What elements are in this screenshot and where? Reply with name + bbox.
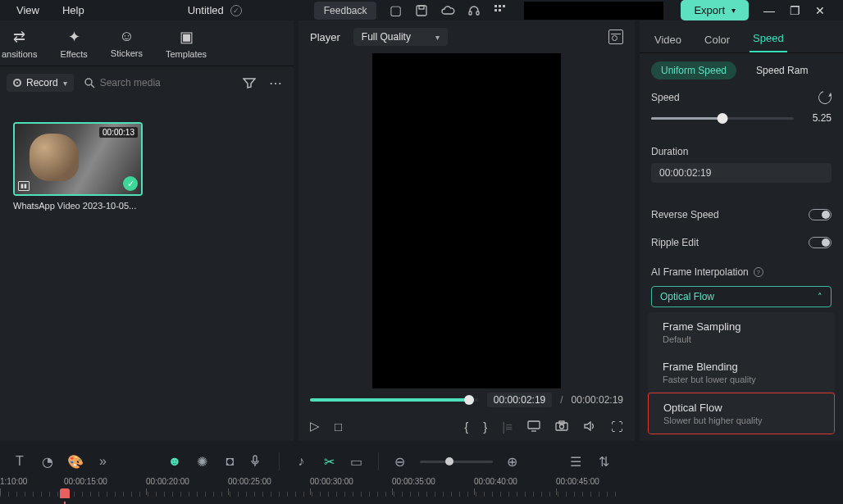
tab-label: ansitions: [2, 49, 37, 59]
quality-select[interactable]: Full Quality ▾: [353, 28, 448, 46]
ripple-edit-toggle[interactable]: [809, 237, 832, 248]
speed-value: 5.25: [802, 112, 832, 124]
mark-in-icon[interactable]: {: [464, 420, 468, 434]
fullscreen-icon[interactable]: ⛶: [611, 420, 623, 434]
svg-rect-2: [469, 11, 472, 15]
svg-point-14: [560, 425, 564, 429]
ai-interp-label: AI Frame Interpolation: [651, 266, 749, 278]
ruler-tick: 1:10:00: [0, 477, 27, 486]
settings-icon[interactable]: ⇅: [595, 454, 612, 470]
device-icon[interactable]: ▢: [388, 3, 403, 18]
more-tools-icon[interactable]: »: [95, 454, 112, 469]
ruler-tick: 00:00:40:00: [474, 477, 517, 486]
svg-point-9: [85, 79, 92, 85]
reverse-speed-toggle[interactable]: [809, 209, 832, 220]
play-icon[interactable]: ▷: [310, 419, 320, 434]
snapshot-icon[interactable]: [608, 30, 623, 44]
zoom-in-icon[interactable]: ⊕: [504, 454, 521, 470]
timeline-ruler[interactable]: 1:10:00 00:00:15:00 00:00:20:00 00:00:25…: [0, 477, 623, 502]
record-button[interactable]: Record ▾: [7, 74, 74, 92]
mark-out-icon[interactable]: }: [483, 420, 487, 434]
clip-type-icon: ▮▮: [18, 181, 30, 191]
chevron-down-icon: ▾: [435, 33, 440, 42]
svg-rect-16: [253, 456, 257, 462]
reset-icon[interactable]: [816, 89, 834, 107]
save-icon[interactable]: [414, 3, 429, 18]
playback-scrubber[interactable]: [310, 398, 479, 402]
chevron-down-icon: ▾: [63, 79, 67, 88]
music-icon[interactable]: ♪: [293, 454, 309, 469]
text-tool-icon[interactable]: T: [11, 454, 28, 469]
ai-interp-dropdown: Frame Sampling Default Frame Blending Fa…: [648, 312, 835, 434]
tab-stickers[interactable]: ☺ Stickers: [111, 28, 143, 58]
sparkle-icon[interactable]: ✺: [194, 454, 211, 470]
line-spacing-icon[interactable]: |≡: [502, 420, 513, 434]
timecode-total: 00:00:02:19: [572, 394, 623, 406]
menu-help[interactable]: Help: [52, 1, 94, 20]
ai-interp-select[interactable]: Optical Flow ˄: [651, 286, 832, 307]
ripple-edit-label: Ripple Edit: [651, 237, 699, 248]
ruler-tick: 00:00:30:00: [310, 477, 353, 486]
zoom-out-icon[interactable]: ⊖: [392, 454, 408, 470]
svg-rect-3: [476, 11, 479, 15]
tab-speed[interactable]: Speed: [750, 25, 787, 52]
subtab-uniform-speed[interactable]: Uniform Speed: [651, 61, 736, 79]
zoom-slider[interactable]: [420, 461, 493, 463]
volume-icon[interactable]: [583, 420, 596, 432]
export-label: Export: [694, 4, 725, 16]
track-view-icon[interactable]: ☰: [567, 454, 584, 470]
tab-effects[interactable]: ✦ Effects: [60, 28, 87, 59]
camera-icon[interactable]: [555, 420, 568, 432]
cloud-icon[interactable]: [440, 3, 455, 18]
palette-icon[interactable]: 🎨: [67, 454, 84, 470]
option-frame-blending[interactable]: Frame Blending Faster but lower quality: [648, 352, 835, 393]
apps-icon[interactable]: [493, 3, 508, 18]
window-minimize-icon[interactable]: ―: [763, 4, 775, 17]
media-clip[interactable]: 00:00:13 ▮▮ ✓: [13, 122, 143, 196]
ruler-tick: 00:00:20:00: [146, 477, 189, 486]
svg-rect-8: [499, 9, 501, 11]
help-icon[interactable]: ?: [754, 267, 763, 277]
mic-icon[interactable]: [250, 455, 267, 468]
option-name: Optical Flow: [663, 402, 822, 414]
duration-input[interactable]: [651, 163, 832, 183]
templates-icon: ▣: [180, 28, 194, 46]
option-sub: Default: [663, 334, 823, 344]
search-icon: [84, 77, 95, 89]
more-icon[interactable]: ⋯: [264, 72, 287, 94]
quality-value: Full Quality: [362, 31, 411, 43]
auto-cut-icon[interactable]: ✂: [321, 454, 337, 470]
saved-indicator-icon: ✓: [230, 5, 242, 16]
ai-face-icon[interactable]: ☻: [166, 454, 183, 469]
headset-icon[interactable]: [467, 3, 481, 18]
window-maximize-icon[interactable]: ❐: [790, 4, 800, 17]
window-close-icon[interactable]: ✕: [815, 4, 825, 17]
tab-video[interactable]: Video: [651, 27, 685, 52]
filter-icon[interactable]: [238, 74, 261, 92]
option-optical-flow[interactable]: Optical Flow Slower but higher quality: [648, 393, 835, 434]
speed-slider[interactable]: [651, 117, 794, 120]
project-title: Untitled: [188, 4, 224, 16]
search-input[interactable]: [100, 77, 228, 89]
crop-frame-icon[interactable]: ▭: [349, 454, 365, 470]
tab-color[interactable]: Color: [701, 27, 733, 52]
timer-icon[interactable]: ◔: [39, 454, 56, 470]
transitions-icon: ⇄: [13, 28, 25, 46]
subtab-speed-ramp[interactable]: Speed Ram: [746, 61, 818, 79]
menu-view[interactable]: View: [7, 1, 49, 20]
tab-label: Templates: [166, 49, 207, 59]
stop-icon[interactable]: □: [335, 420, 342, 434]
player-label: Player: [310, 31, 340, 43]
tab-transitions[interactable]: ⇄ ansitions: [2, 28, 37, 59]
display-icon[interactable]: [527, 420, 540, 432]
record-icon: [13, 79, 21, 87]
redacted-area: [524, 2, 663, 20]
feedback-button[interactable]: Feedback: [314, 2, 377, 20]
option-frame-sampling[interactable]: Frame Sampling Default: [648, 312, 835, 352]
export-button[interactable]: Export ▾: [681, 0, 749, 20]
option-name: Frame Sampling: [663, 320, 823, 333]
tab-templates[interactable]: ▣ Templates: [166, 28, 207, 59]
tab-label: Effects: [60, 49, 87, 59]
shield-icon[interactable]: ◘: [222, 454, 239, 469]
option-sub: Faster but lower quality: [663, 375, 823, 384]
